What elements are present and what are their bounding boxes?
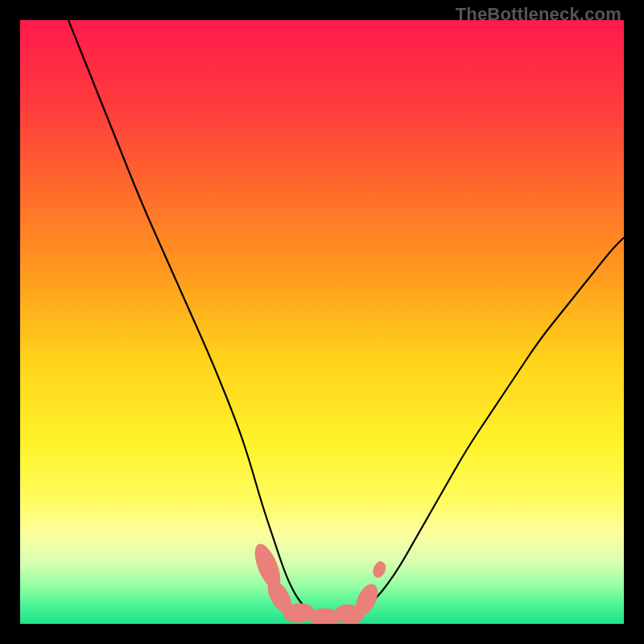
watermark-text: TheBottleneck.com (456, 4, 621, 25)
plot-area (20, 20, 624, 624)
gradient-background (20, 20, 624, 624)
chart-frame: TheBottleneck.com (0, 0, 644, 644)
bottleneck-chart (20, 20, 624, 624)
